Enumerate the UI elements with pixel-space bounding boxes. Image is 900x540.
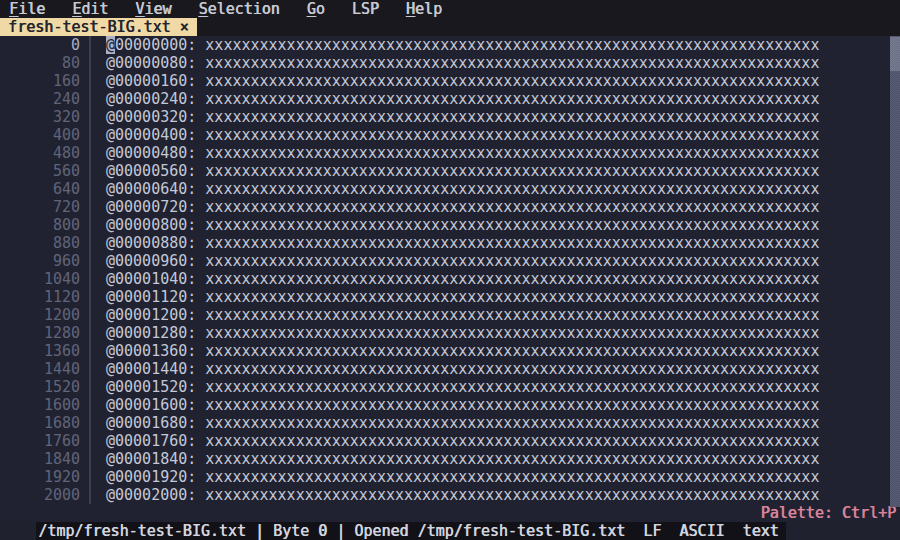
editor-line[interactable]: 240@00000240: xxxxxxxxxxxxxxxxxxxxxxxxxx… xyxy=(0,90,900,108)
editor-area[interactable]: 0@00000000: xxxxxxxxxxxxxxxxxxxxxxxxxxxx… xyxy=(0,36,900,504)
menu-item-lsp[interactable]: LSP xyxy=(352,0,379,18)
editor-line[interactable]: 80@00000080: xxxxxxxxxxxxxxxxxxxxxxxxxxx… xyxy=(0,54,900,72)
editor-window: FileEditViewSelectionGoLSPHelp fresh-tes… xyxy=(0,0,900,540)
editor-line[interactable]: 1760@00001760: xxxxxxxxxxxxxxxxxxxxxxxxx… xyxy=(0,432,900,450)
editor-line[interactable]: 880@00000880: xxxxxxxxxxxxxxxxxxxxxxxxxx… xyxy=(0,234,900,252)
line-content: @00000400: xxxxxxxxxxxxxxxxxxxxxxxxxxxxx… xyxy=(89,126,819,144)
line-content: @00001600: xxxxxxxxxxxxxxxxxxxxxxxxxxxxx… xyxy=(89,396,819,414)
editor-line[interactable]: 1120@00001120: xxxxxxxxxxxxxxxxxxxxxxxxx… xyxy=(0,288,900,306)
editor-line[interactable]: 800@00000800: xxxxxxxxxxxxxxxxxxxxxxxxxx… xyxy=(0,216,900,234)
line-number: 1200 xyxy=(0,306,80,324)
tab-close-icon[interactable]: × xyxy=(180,18,189,36)
line-number: 800 xyxy=(0,216,80,234)
menu-item-selection[interactable]: Selection xyxy=(198,0,279,18)
line-number: 400 xyxy=(0,126,80,144)
line-number: 320 xyxy=(0,108,80,126)
line-number: 240 xyxy=(0,90,80,108)
line-number: 560 xyxy=(0,162,80,180)
scrollbar-track[interactable] xyxy=(890,36,900,507)
editor-line[interactable]: 1920@00001920: xxxxxxxxxxxxxxxxxxxxxxxxx… xyxy=(0,468,900,486)
editor-line[interactable]: 1200@00001200: xxxxxxxxxxxxxxxxxxxxxxxxx… xyxy=(0,306,900,324)
menu-item-go[interactable]: Go xyxy=(307,0,325,18)
line-content: @00001040: xxxxxxxxxxxxxxxxxxxxxxxxxxxxx… xyxy=(89,270,819,288)
line-number: 1120 xyxy=(0,288,80,306)
editor-line[interactable]: 720@00000720: xxxxxxxxxxxxxxxxxxxxxxxxxx… xyxy=(0,198,900,216)
line-content: @00000800: xxxxxxxxxxxxxxxxxxxxxxxxxxxxx… xyxy=(89,216,819,234)
editor-line[interactable]: 1840@00001840: xxxxxxxxxxxxxxxxxxxxxxxxx… xyxy=(0,450,900,468)
line-content: @00001520: xxxxxxxxxxxxxxxxxxxxxxxxxxxxx… xyxy=(89,378,819,396)
menu-bar: FileEditViewSelectionGoLSPHelp xyxy=(0,0,900,18)
line-content: @00000320: xxxxxxxxxxxxxxxxxxxxxxxxxxxxx… xyxy=(89,108,819,126)
line-number: 880 xyxy=(0,234,80,252)
line-content: @00000000: xxxxxxxxxxxxxxxxxxxxxxxxxxxxx… xyxy=(89,36,819,54)
editor-line[interactable]: 560@00000560: xxxxxxxxxxxxxxxxxxxxxxxxxx… xyxy=(0,162,900,180)
line-content: @00002000: xxxxxxxxxxxxxxxxxxxxxxxxxxxxx… xyxy=(89,486,819,504)
editor-line[interactable]: 1440@00001440: xxxxxxxxxxxxxxxxxxxxxxxxx… xyxy=(0,360,900,378)
line-content: @00000560: xxxxxxxxxxxxxxxxxxxxxxxxxxxxx… xyxy=(89,162,819,180)
line-content: @00000480: xxxxxxxxxxxxxxxxxxxxxxxxxxxxx… xyxy=(89,144,819,162)
line-number: 1040 xyxy=(0,270,80,288)
editor-line[interactable]: 1680@00001680: xxxxxxxxxxxxxxxxxxxxxxxxx… xyxy=(0,414,900,432)
line-content: @00000880: xxxxxxxxxxxxxxxxxxxxxxxxxxxxx… xyxy=(89,234,819,252)
line-number: 0 xyxy=(0,36,80,54)
editor-line[interactable]: 1360@00001360: xxxxxxxxxxxxxxxxxxxxxxxxx… xyxy=(0,342,900,360)
line-content: @00001360: xxxxxxxxxxxxxxxxxxxxxxxxxxxxx… xyxy=(89,342,819,360)
line-number: 1760 xyxy=(0,432,80,450)
line-number: 1440 xyxy=(0,360,80,378)
line-content: @00000720: xxxxxxxxxxxxxxxxxxxxxxxxxxxxx… xyxy=(89,198,819,216)
line-number: 1680 xyxy=(0,414,80,432)
menu-item-help[interactable]: Help xyxy=(406,0,442,18)
editor-line[interactable]: 480@00000480: xxxxxxxxxxxxxxxxxxxxxxxxxx… xyxy=(0,144,900,162)
palette-hint: Palette: Ctrl+P xyxy=(761,504,896,522)
line-number: 160 xyxy=(0,72,80,90)
line-number: 720 xyxy=(0,198,80,216)
line-number: 1840 xyxy=(0,450,80,468)
line-number: 1360 xyxy=(0,342,80,360)
editor-line[interactable]: 640@00000640: xxxxxxxxxxxxxxxxxxxxxxxxxx… xyxy=(0,180,900,198)
status-bar: /tmp/fresh-test-BIG.txt | Byte 0 | Opene… xyxy=(0,504,900,522)
line-content: @00001280: xxxxxxxxxxxxxxxxxxxxxxxxxxxxx… xyxy=(89,324,819,342)
line-content: @00000160: xxxxxxxxxxxxxxxxxxxxxxxxxxxxx… xyxy=(89,72,819,90)
status-info: /tmp/fresh-test-BIG.txt | Byte 0 | Opene… xyxy=(36,522,786,540)
line-content: @00001760: xxxxxxxxxxxxxxxxxxxxxxxxxxxxx… xyxy=(89,432,819,450)
line-number: 80 xyxy=(0,54,80,72)
editor-line[interactable]: 960@00000960: xxxxxxxxxxxxxxxxxxxxxxxxxx… xyxy=(0,252,900,270)
line-content: @00001920: xxxxxxxxxxxxxxxxxxxxxxxxxxxxx… xyxy=(89,468,819,486)
editor-line[interactable]: 1520@00001520: xxxxxxxxxxxxxxxxxxxxxxxxx… xyxy=(0,378,900,396)
line-number: 1280 xyxy=(0,324,80,342)
editor-line[interactable]: 1280@00001280: xxxxxxxxxxxxxxxxxxxxxxxxx… xyxy=(0,324,900,342)
text-cursor: @ xyxy=(106,36,115,54)
editor-line[interactable]: 400@00000400: xxxxxxxxxxxxxxxxxxxxxxxxxx… xyxy=(0,126,900,144)
editor-line[interactable]: 0@00000000: xxxxxxxxxxxxxxxxxxxxxxxxxxxx… xyxy=(0,36,900,54)
tab-label: fresh-test-BIG.txt xyxy=(8,18,171,36)
tab-bar: fresh-test-BIG.txt × xyxy=(0,18,900,36)
line-content: @00000080: xxxxxxxxxxxxxxxxxxxxxxxxxxxxx… xyxy=(89,54,819,72)
editor-line[interactable]: 1040@00001040: xxxxxxxxxxxxxxxxxxxxxxxxx… xyxy=(0,270,900,288)
menu-item-edit[interactable]: Edit xyxy=(72,0,108,18)
menu-item-file[interactable]: File xyxy=(9,0,45,18)
menu-item-view[interactable]: View xyxy=(135,0,171,18)
line-number: 480 xyxy=(0,144,80,162)
line-content: @00001840: xxxxxxxxxxxxxxxxxxxxxxxxxxxxx… xyxy=(89,450,819,468)
editor-line[interactable]: 320@00000320: xxxxxxxxxxxxxxxxxxxxxxxxxx… xyxy=(0,108,900,126)
line-content: @00000640: xxxxxxxxxxxxxxxxxxxxxxxxxxxxx… xyxy=(89,180,819,198)
line-content: @00001680: xxxxxxxxxxxxxxxxxxxxxxxxxxxxx… xyxy=(89,414,819,432)
line-number: 960 xyxy=(0,252,80,270)
editor-line[interactable]: 160@00000160: xxxxxxxxxxxxxxxxxxxxxxxxxx… xyxy=(0,72,900,90)
line-number: 2000 xyxy=(0,486,80,504)
tab-fresh-test-big[interactable]: fresh-test-BIG.txt × xyxy=(0,18,197,36)
line-content: @00001440: xxxxxxxxxxxxxxxxxxxxxxxxxxxxx… xyxy=(89,360,819,378)
scrollbar-thumb[interactable] xyxy=(890,37,900,71)
line-content: @00000240: xxxxxxxxxxxxxxxxxxxxxxxxxxxxx… xyxy=(89,90,819,108)
line-number: 1920 xyxy=(0,468,80,486)
line-content: @00001200: xxxxxxxxxxxxxxxxxxxxxxxxxxxxx… xyxy=(89,306,819,324)
line-content: @00001120: xxxxxxxxxxxxxxxxxxxxxxxxxxxxx… xyxy=(89,288,819,306)
line-content: @00000960: xxxxxxxxxxxxxxxxxxxxxxxxxxxxx… xyxy=(89,252,819,270)
editor-line[interactable]: 2000@00002000: xxxxxxxxxxxxxxxxxxxxxxxxx… xyxy=(0,486,900,504)
editor-line[interactable]: 1600@00001600: xxxxxxxxxxxxxxxxxxxxxxxxx… xyxy=(0,396,900,414)
line-number: 1600 xyxy=(0,396,80,414)
line-number: 640 xyxy=(0,180,80,198)
line-number: 1520 xyxy=(0,378,80,396)
